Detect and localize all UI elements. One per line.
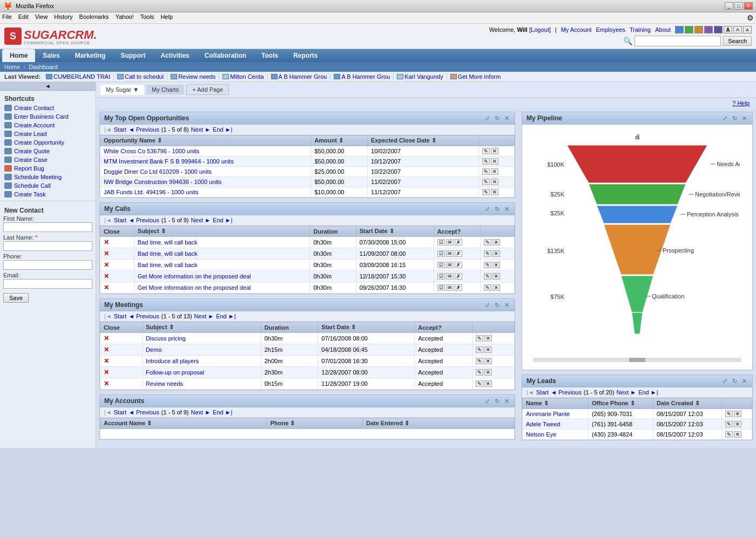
accept-check-c4[interactable]: ☑ [437,273,445,280]
tab-sales[interactable]: Sales [35,49,67,62]
opp-refresh-icon[interactable]: ↻ [493,114,501,122]
pipeline-close-icon[interactable]: ✕ [740,114,748,122]
del-btn-5[interactable]: ✕ [491,189,498,195]
close-btn[interactable]: ✕ [744,2,753,10]
email-c4[interactable]: ✉ [446,273,454,280]
swatch-blue[interactable] [675,26,684,33]
del-l3[interactable]: ✕ [734,431,741,438]
page-tab-mycharts[interactable]: My Charts [146,85,184,94]
leads-expand-icon[interactable]: ⤢ [721,377,728,385]
decline-c5[interactable]: ✗ [455,284,462,291]
del-m1[interactable]: ✕ [484,335,492,342]
last-name-input[interactable] [3,241,92,251]
email-c3[interactable]: ✉ [446,262,454,268]
lv-item-hammer2[interactable]: A B Hammer Grou [334,73,394,80]
shortcut-create-lead[interactable]: Create Lead [3,130,92,138]
edit-l1[interactable]: ✎ [725,411,733,417]
del-l1[interactable]: ✕ [734,411,741,417]
meetings-prev-link[interactable]: ◄ Previous [129,313,159,319]
del-c4[interactable]: ✕ [492,273,500,280]
edit-m2[interactable]: ✎ [476,346,483,353]
call-link-2[interactable]: Bad time, will call back [138,250,198,257]
employees-link[interactable]: Employees [596,26,625,33]
del-c2[interactable]: ✕ [492,250,500,257]
menu-file[interactable]: File [2,13,12,22]
del-m4[interactable]: ✕ [484,369,492,376]
calls-start-link[interactable]: Start [114,217,126,223]
edit-c4[interactable]: ✎ [484,273,491,280]
edit-c1[interactable]: ✎ [484,239,491,246]
tab-activities[interactable]: Activities [153,49,197,62]
opp-prev-link[interactable]: ◄ Previous [129,126,159,133]
calls-expand-icon[interactable]: ⤢ [483,205,491,213]
del-l2[interactable]: ✕ [734,421,741,427]
call-link-1[interactable]: Bad time, will call back [138,239,198,246]
pipeline-scroll-thumb[interactable] [629,358,645,362]
pipeline-scrollbar[interactable] [533,358,741,362]
minimize-btn[interactable]: _ [725,2,733,10]
shortcut-schedule-call[interactable]: Schedule Call [3,181,92,190]
lv-item-cumberland[interactable]: CUMBERLAND TRAI [46,73,114,80]
del-c5[interactable]: ✕ [492,284,500,291]
opp-close-icon[interactable]: ✕ [503,114,510,122]
accounts-next-link[interactable]: Next ► [191,409,211,416]
close-x-c3[interactable]: ✕ [104,261,109,269]
pipeline-refresh-icon[interactable]: ↻ [731,114,738,122]
accept-check-c2[interactable]: ☑ [437,250,445,257]
email-c2[interactable]: ✉ [446,250,454,257]
leads-refresh-icon[interactable]: ↻ [731,377,738,385]
lead-link-2[interactable]: Adele Tweed [526,421,560,427]
meeting-link-1[interactable]: Discuss pricing [146,335,186,342]
opp-next-link[interactable]: Next ► [191,126,211,133]
calls-end-link[interactable]: End ►| [213,217,232,223]
edit-m3[interactable]: ✎ [476,358,483,364]
pipeline-expand-icon[interactable]: ⤢ [721,114,728,122]
leads-end-link[interactable]: End ►| [638,389,658,396]
font-large[interactable]: A [724,26,732,33]
meetings-next-link[interactable]: Next ► [194,313,214,319]
del-btn-2[interactable]: ✕ [491,158,498,165]
edit-c5[interactable]: ✎ [484,284,491,291]
edit-m5[interactable]: ✎ [476,380,483,387]
calls-close-icon[interactable]: ✕ [503,205,510,213]
edit-btn-3[interactable]: ✎ [482,168,490,175]
close-x-m1[interactable]: ✕ [104,335,109,342]
swatch-orange[interactable] [694,26,703,33]
decline-c2[interactable]: ✗ [455,250,462,257]
menu-bookmarks[interactable]: Bookmarks [79,13,109,22]
del-m5[interactable]: ✕ [484,380,492,387]
first-name-input[interactable] [3,222,92,232]
call-link-3[interactable]: Bad time, will call back [138,262,198,268]
meeting-link-4[interactable]: Follow-up on proposal [146,369,204,376]
lv-item-review[interactable]: Review needs [171,73,219,80]
font-medium[interactable]: A [733,26,742,33]
meeting-link-3[interactable]: Introduce all players [146,358,199,364]
menu-yahoo[interactable]: Yahoo! [116,13,134,22]
meeting-link-5[interactable]: Review needs [146,380,183,387]
menu-edit[interactable]: Edit [18,13,29,22]
lv-item-hammer1[interactable]: A B Hammer Grou [271,73,331,80]
edit-c2[interactable]: ✎ [484,250,491,257]
lv-item-inform[interactable]: Get More inform [450,73,504,80]
shortcut-create-quote[interactable]: Create Quote [3,147,92,155]
lead-link-1[interactable]: Annmarie Plante [526,411,570,417]
meetings-start-link[interactable]: Start [114,313,126,319]
accounts-expand-icon[interactable]: ⤢ [483,397,491,405]
edit-m1[interactable]: ✎ [476,335,483,342]
shortcut-create-contact[interactable]: Create Contact [3,104,92,112]
leads-next-link[interactable]: Next ► [617,389,637,396]
phone-input[interactable] [3,260,92,270]
search-button[interactable]: Search [723,36,752,46]
meeting-link-2[interactable]: Demo [146,346,161,353]
restore-btn[interactable]: □ [734,2,743,10]
edit-btn-2[interactable]: ✎ [482,158,490,165]
close-x-c5[interactable]: ✕ [104,284,109,291]
decline-c4[interactable]: ✗ [455,273,462,280]
close-x-c1[interactable]: ✕ [104,239,109,246]
shortcut-create-case[interactable]: Create Case [3,155,92,164]
email-c5[interactable]: ✉ [446,284,454,291]
close-x-m3[interactable]: ✕ [104,357,109,365]
leads-close-icon[interactable]: ✕ [740,377,748,385]
del-c3[interactable]: ✕ [492,262,500,268]
calls-refresh-icon[interactable]: ↻ [493,205,501,213]
